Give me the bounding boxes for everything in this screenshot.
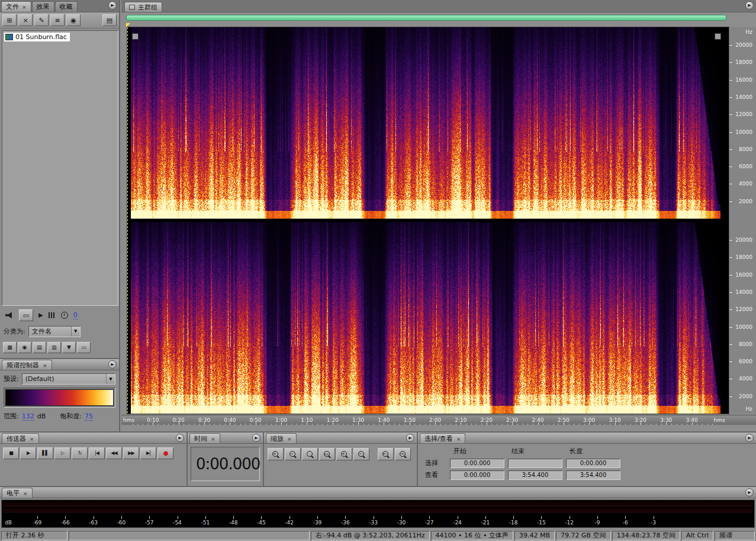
preview-clock-icon[interactable] xyxy=(61,312,68,319)
zoom-in-vertical-button[interactable]: + xyxy=(336,448,352,460)
view-length-field[interactable]: 3:54.400 xyxy=(566,470,620,480)
preview-volume-value[interactable]: 0 xyxy=(73,311,78,319)
zoom-out-full-button[interactable] xyxy=(302,448,318,460)
transport-menu-button[interactable]: ▶ xyxy=(176,434,184,442)
preview-volume-icon[interactable] xyxy=(49,312,56,318)
view-start-field[interactable]: 0:00.000 xyxy=(450,470,504,480)
zoom-to-right-of-selection-button[interactable]: → xyxy=(395,448,411,460)
files-panel-tab-1[interactable]: 文件× xyxy=(1,1,31,12)
timeline-tick-label: 2:10 xyxy=(455,417,467,423)
sort-dropdown[interactable]: 文件名 ▼ xyxy=(28,326,81,337)
main-group-tab[interactable]: 主群组 xyxy=(124,2,162,12)
close-file-button[interactable]: × xyxy=(18,14,33,26)
levels-menu-button[interactable]: ▶ xyxy=(745,488,754,497)
zoom-tab[interactable]: 缩放 × xyxy=(266,433,297,443)
edit-file-button[interactable]: ✎ xyxy=(34,14,49,26)
dropdown-arrow-icon[interactable]: ▼ xyxy=(106,374,115,384)
rewind-icon: ◀◀ xyxy=(111,451,117,456)
level-scale-tick xyxy=(261,516,262,519)
go-to-beginning-button[interactable]: |◀ xyxy=(89,447,105,459)
spectral-palette-gradient[interactable] xyxy=(5,389,114,406)
play-looped-button[interactable]: ↻ xyxy=(72,447,88,459)
preset-dropdown[interactable]: (Default) ▼ xyxy=(22,373,115,385)
close-panel-icon[interactable]: × xyxy=(211,436,215,442)
level-meter[interactable]: dB -69-66-63-60-57-54-51-48-45-42-39-36-… xyxy=(1,500,755,528)
zoom-out-horizontal-button[interactable]: − xyxy=(285,448,301,460)
playhead-marker[interactable] xyxy=(126,23,130,27)
close-panel-icon[interactable]: × xyxy=(43,363,47,369)
loop-preview-button[interactable]: ▭ xyxy=(19,309,33,321)
time-tab[interactable]: 时间 × xyxy=(189,433,220,443)
sort-value: 文件名 xyxy=(32,327,52,336)
filter-files-toggle[interactable]: ▼ xyxy=(62,342,76,353)
file-list-item[interactable]: 01 Sunburn.flac xyxy=(4,33,70,41)
files-panel-tab-2[interactable]: 效果 xyxy=(32,1,54,12)
levels-tab[interactable]: 电平 × xyxy=(2,488,33,498)
spectrogram-left-handle[interactable] xyxy=(132,33,139,40)
auto-play-speaker-icon[interactable] xyxy=(5,312,14,319)
spectrogram-canvas[interactable] xyxy=(127,27,729,414)
show-loop-files-toggle[interactable]: ◉ xyxy=(18,342,31,353)
frequency-tick-label: 18000 xyxy=(735,254,752,260)
files-options-button[interactable]: ▤ xyxy=(102,14,117,26)
selection-end-field[interactable] xyxy=(508,459,562,468)
spectral-panel-tab[interactable]: 频谱控制器 × xyxy=(2,360,52,370)
timeline-minor-tick xyxy=(466,424,467,425)
frequency-tick xyxy=(729,45,732,46)
dropdown-arrow-icon[interactable]: ▼ xyxy=(71,326,80,337)
import-file-button[interactable]: ⊞ xyxy=(2,14,17,26)
zoom-to-left-of-selection-button[interactable]: ← xyxy=(378,448,394,460)
transport-tab[interactable]: 传送器 × xyxy=(2,433,39,443)
files-toolbar: ▤ ⊞×✎≡◉ xyxy=(0,12,119,28)
stop-button[interactable]: ■ xyxy=(3,447,19,459)
play-from-cursor-button[interactable]: ▷ xyxy=(54,447,70,459)
show-session-files-icon: ▥ xyxy=(52,345,57,350)
files-panel-tab-3[interactable]: 收藏 xyxy=(55,1,78,12)
zoom-in-horizontal-button[interactable]: + xyxy=(268,448,284,460)
file-list[interactable]: 01 Sunburn.flac xyxy=(2,30,118,306)
saturation-value[interactable]: 75 xyxy=(85,412,93,421)
insert-into-cd-button[interactable]: ◉ xyxy=(66,14,81,26)
insert-into-multitrack-button[interactable]: ≡ xyxy=(50,14,65,26)
close-tab-icon[interactable]: × xyxy=(22,4,27,10)
show-full-path-toggle[interactable]: ▭ xyxy=(77,342,91,353)
zoom-to-selection-button[interactable]: ▭ xyxy=(319,448,335,460)
time-menu-button[interactable]: ▶ xyxy=(252,434,260,442)
go-to-end-button[interactable]: ▶| xyxy=(140,447,156,459)
zoom-menu-button[interactable]: ▶ xyxy=(406,434,414,442)
view-end-field[interactable]: 3:54.400 xyxy=(508,470,562,480)
timeline-minor-tick xyxy=(635,424,636,425)
close-panel-icon[interactable]: × xyxy=(456,436,461,442)
magnifier-modifier: − xyxy=(358,452,363,456)
show-session-files-toggle[interactable]: ▥ xyxy=(47,342,61,353)
range-value[interactable]: 132 xyxy=(22,412,34,421)
selection-tab[interactable]: 选择/查看 × xyxy=(420,433,465,443)
main-panel-menu-button[interactable]: ▶ xyxy=(745,1,754,9)
preview-play-icon[interactable]: ▶ xyxy=(38,312,43,318)
timeline-minor-tick xyxy=(189,424,189,425)
show-video-files-toggle[interactable]: ▤ xyxy=(33,342,46,353)
spectrogram-right-handle[interactable] xyxy=(715,33,721,40)
level-scale-tick xyxy=(570,516,570,519)
magnifier-modifier: + xyxy=(341,452,346,456)
spectral-panel-menu-button[interactable]: ▶ xyxy=(108,360,117,369)
timeline-ruler[interactable]: hms hms 0:100:200:300:400:501:001:101:20… xyxy=(121,415,756,425)
selection-length-field[interactable]: 0:00.000 xyxy=(566,459,620,468)
selection-start-field[interactable]: 0:00.000 xyxy=(450,459,504,468)
close-panel-icon[interactable]: × xyxy=(287,436,292,442)
time-display[interactable]: 0:00.000 xyxy=(191,447,260,481)
play-button[interactable]: ▶ xyxy=(20,447,36,459)
pause-button[interactable]: ▌▌ xyxy=(37,447,53,459)
files-panel-menu-button[interactable]: ▶ xyxy=(108,1,117,9)
timeline-minor-tick xyxy=(394,424,395,425)
frequency-ruler[interactable]: Hz20000180001600014000120001000080006000… xyxy=(729,27,756,414)
selection-menu-button[interactable]: ▶ xyxy=(745,434,754,442)
rewind-button[interactable]: ◀◀ xyxy=(106,447,122,459)
show-audio-files-toggle[interactable]: ▦ xyxy=(3,342,17,353)
close-panel-icon[interactable]: × xyxy=(23,491,28,497)
record-button[interactable]: ● xyxy=(157,447,173,459)
zoom-out-vertical-button[interactable]: − xyxy=(353,448,369,460)
fast-forward-button[interactable]: ▶▶ xyxy=(123,447,139,459)
horizontal-scrollbar[interactable] xyxy=(126,15,726,21)
close-panel-icon[interactable]: × xyxy=(30,436,34,442)
